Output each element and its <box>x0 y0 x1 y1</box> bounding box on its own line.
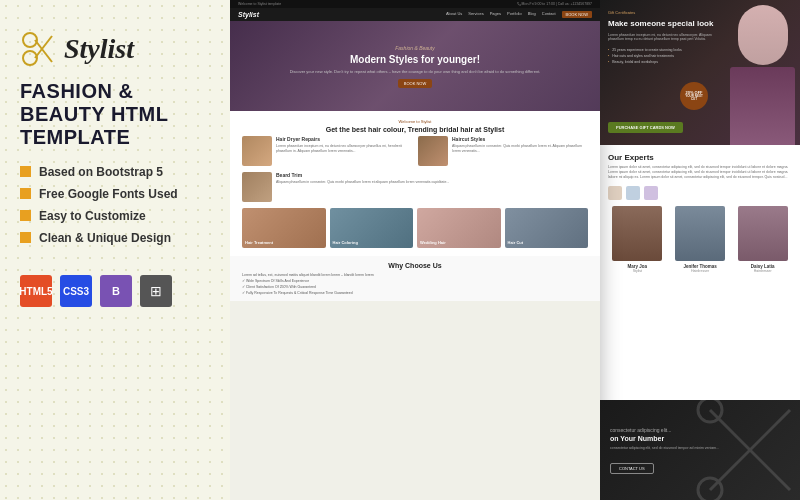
expert-card: Daisy Latia Hairdresser <box>733 206 792 273</box>
service-image <box>242 136 272 166</box>
logo-area: Stylist <box>20 30 210 68</box>
service-image <box>242 172 272 202</box>
service-name: Haircut Styles <box>452 136 588 142</box>
bullet-icon <box>20 188 31 199</box>
scissors-section: consectetur adipiscing elit... on Your N… <box>600 400 800 500</box>
gift-discount-badge: 20% OFF YOUR NEXT CUT <box>680 82 708 110</box>
bullet-icon <box>20 210 31 221</box>
service-text: Beard Trim Aliquam phasellum in consecte… <box>276 172 588 202</box>
list-item: Based on Bootstrap 5 <box>20 165 210 179</box>
why-item: ✓ Client Satisfaction Of 250% With Guara… <box>242 285 588 289</box>
expert-icon <box>644 186 658 200</box>
list-item: Clean & Unique Design <box>20 231 210 245</box>
service-name: Hair Dryer Repairs <box>276 136 412 142</box>
card-item: Hair Coloring <box>330 208 414 248</box>
site-nav-logo: Stylist <box>238 11 259 18</box>
scissors-logo-icon <box>20 30 58 68</box>
experts-grid: Mary Joa Stylist Jenifer Thomas Hairdres… <box>608 206 792 273</box>
center-preview: Welcome to Stylist template 📞 Mon-Fri 9:… <box>230 0 600 500</box>
gift-desc: Lorem phasedum inceptum mi, eu detunt ne… <box>608 33 718 43</box>
css3-badge: CSS3 <box>60 275 92 307</box>
gift-title: Make someone special look <box>608 19 718 29</box>
gift-badge: Gift Certificates <box>608 10 718 15</box>
services-grid-2: Beard Trim Aliquam phasellum in consecte… <box>242 172 588 202</box>
scissors-desc: consectetur adipiscing elit, sed do eius… <box>610 446 719 450</box>
expert-card: Jenifer Thomas Hairdresser <box>671 206 730 273</box>
hero-title: Modern Styles for younger! <box>290 54 541 65</box>
svg-point-0 <box>23 33 37 47</box>
feature-label: Free Google Fonts Used <box>39 187 178 201</box>
expert-icon <box>626 186 640 200</box>
service-item: Haircut Styles Aliquam phasellum in cons… <box>418 136 588 166</box>
scissors-title: on Your Number <box>610 435 719 442</box>
gift-feature: 25 years experience to create stunning l… <box>608 48 718 52</box>
experts-desc: Lorem ipsum dolor sit amet, consectetur … <box>608 165 792 180</box>
expert-card: Mary Joa Stylist <box>608 206 667 273</box>
site-nav: Stylist About Us Services Pages Portfoli… <box>230 8 600 21</box>
site-hero: Fashion & Beauty Modern Styles for young… <box>230 21 600 111</box>
gift-section: Gift Certificates Make someone special l… <box>600 0 800 145</box>
expert-photo <box>612 206 662 261</box>
feature-label: Based on Bootstrap 5 <box>39 165 163 179</box>
card-item: Wedding Hair <box>417 208 501 248</box>
site-nav-links: About Us Services Pages Portfolio Blog C… <box>446 11 592 18</box>
service-item: Hair Dryer Repairs Lorem phasedum incept… <box>242 136 412 166</box>
experts-icons <box>608 186 792 200</box>
experts-title: Our Experts <box>608 153 792 162</box>
cards-row: Hair Treatment Hair Coloring Wedding Hai… <box>242 208 588 248</box>
gift-content: Gift Certificates Make someone special l… <box>608 10 718 72</box>
service-desc: Aliquam phasellum in consecter. Quis mor… <box>276 180 588 185</box>
why-item: ✓ Wide Spectrum Of Skills And Experience <box>242 279 588 283</box>
gift-feature: Beauty, bridal and workshops <box>608 60 718 64</box>
why-text: ✓ Client Satisfaction Of 250% With Guara… <box>242 285 316 289</box>
expert-icon <box>608 186 622 200</box>
gift-cta-button[interactable]: PURCHASE GIFT CARDS NOW <box>608 122 683 133</box>
experts-section: Our Experts Lorem ipsum dolor sit amet, … <box>600 145 800 400</box>
gift-person-area <box>725 0 800 145</box>
why-item: Lorem ad tellus, ect, euismod mattis ali… <box>242 273 588 277</box>
expert-role: Stylist <box>633 269 642 273</box>
service-text: Hair Dryer Repairs Lorem phasedum incept… <box>276 136 412 166</box>
left-panel: Stylist Fashion & Beauty HTML Template B… <box>0 0 230 500</box>
hero-content: Fashion & Beauty Modern Styles for young… <box>290 45 541 88</box>
scissors-content: consectetur adipiscing elit... on Your N… <box>610 427 719 474</box>
right-panel: Gift Certificates Make someone special l… <box>600 0 800 500</box>
tech-badges: HTML5 CSS3 B ⊞ <box>20 265 210 307</box>
card-label: Hair Coloring <box>333 240 358 245</box>
responsive-badge: ⊞ <box>140 275 172 307</box>
service-text: Haircut Styles Aliquam phasellum in cons… <box>452 136 588 166</box>
logo-text: Stylist <box>64 33 134 65</box>
gift-feature: Hair cuts and styles and hair treatments <box>608 54 718 58</box>
card-label: Hair Cut <box>508 240 524 245</box>
scissors-cta-button[interactable]: CONTACT US <box>610 463 654 474</box>
card-label: Hair Treatment <box>245 240 273 245</box>
service-desc: Lorem phasedum inceptum mi, eu detunt ne… <box>276 144 412 153</box>
expert-photo <box>738 206 788 261</box>
site-preview: Welcome to Stylist template 📞 Mon-Fri 9:… <box>230 0 600 500</box>
top-bar: Welcome to Stylist template 📞 Mon-Fri 9:… <box>230 0 600 8</box>
why-items: Lorem ad tellus, ect, euismod mattis ali… <box>242 273 588 295</box>
why-text: ✓ Wide Spectrum Of Skills And Experience <box>242 279 309 283</box>
feature-label: Easy to Customize <box>39 209 146 223</box>
hero-cta-button[interactable]: BOOK NOW <box>398 79 432 88</box>
service-image <box>418 136 448 166</box>
html5-badge: HTML5 <box>20 275 52 307</box>
svg-point-1 <box>23 51 37 65</box>
why-item: ✓ Fully Responsive To Requests & Critica… <box>242 291 588 295</box>
services-grid: Hair Dryer Repairs Lorem phasedum incept… <box>242 136 588 166</box>
gift-features: 25 years experience to create stunning l… <box>608 48 718 64</box>
expert-role: Hairdresser <box>754 269 772 273</box>
bullet-icon <box>20 232 31 243</box>
expert-role: Hairdresser <box>691 269 709 273</box>
feature-label: Clean & Unique Design <box>39 231 171 245</box>
person-body <box>730 67 795 145</box>
person-head <box>738 5 788 65</box>
service-item: Beard Trim Aliquam phasellum in consecte… <box>242 172 588 202</box>
card-item: Hair Cut <box>505 208 589 248</box>
bullet-icon <box>20 166 31 177</box>
welcome-title: Get the best hair colour, Trending brida… <box>242 126 588 133</box>
card-label: Wedding Hair <box>420 240 446 245</box>
hero-desc: Discover your new style. Don't try to re… <box>290 69 541 74</box>
why-title: Why Choose Us <box>242 262 588 269</box>
why-section: Why Choose Us Lorem ad tellus, ect, euis… <box>230 256 600 301</box>
